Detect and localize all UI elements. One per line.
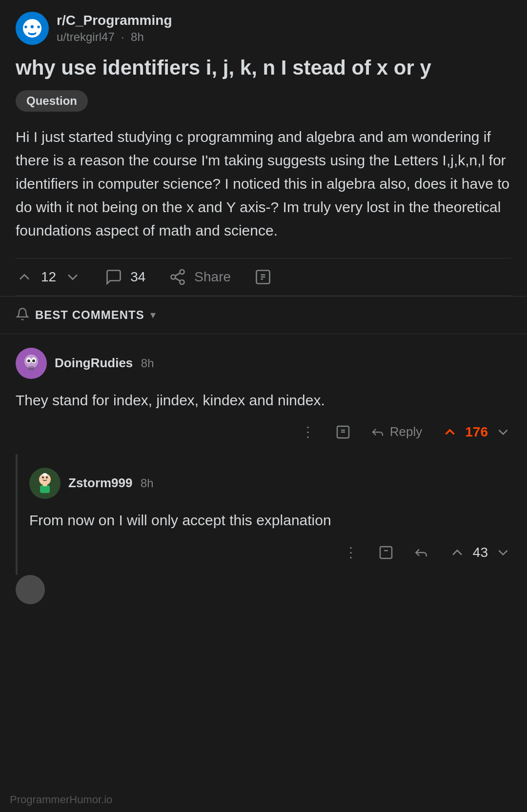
nested-save-button[interactable]: [378, 545, 394, 560]
share-action[interactable]: Share: [169, 268, 231, 286]
comment-icon: [105, 268, 122, 286]
post-actions: 12 34: [16, 258, 511, 296]
svg-point-13: [32, 359, 35, 362]
sort-icon: [16, 307, 29, 323]
save-comment-icon: [335, 424, 351, 440]
svg-point-22: [46, 476, 48, 478]
post-flair[interactable]: Question: [16, 90, 88, 112]
nested-upvote-icon: [448, 544, 466, 561]
alien-avatar-icon: [20, 353, 42, 374]
nested-comment-1-vote-count: 43: [473, 545, 488, 560]
share-icon: [169, 268, 186, 286]
comment-1-vote-group: 176: [442, 424, 511, 440]
nested-save-icon: [378, 545, 394, 560]
nested-comment-1-vote-group: 43: [448, 544, 511, 561]
post-container: r/C_Programming u/trekgirl47 · 8h why us…: [0, 0, 527, 296]
nested-comment-1-avatar: [29, 468, 61, 499]
save-comment-button[interactable]: [335, 424, 351, 440]
comment-1-username[interactable]: DoingRudies: [55, 356, 133, 370]
nested-comment-1-meta: Zstorm999 8h: [68, 475, 154, 491]
svg-point-1: [171, 275, 176, 279]
nested-comment-1-username[interactable]: Zstorm999: [68, 475, 133, 490]
svg-point-23: [42, 473, 47, 476]
comment-1-meta: DoingRudies 8h: [55, 356, 154, 371]
svg-rect-15: [28, 366, 34, 370]
reply-icon: [370, 425, 385, 439]
reply-label: Reply: [390, 424, 422, 439]
nested-comment-1-time: 8h: [141, 476, 154, 490]
nested-reply-icon: [413, 545, 429, 560]
svg-point-2: [180, 280, 184, 284]
comment-1: DoingRudies 8h They stand for index, jin…: [0, 334, 527, 454]
nested-reply-button[interactable]: [413, 545, 429, 560]
nested-comment-container: Zstorm999 8h From now on I will only acc…: [16, 454, 527, 575]
svg-point-0: [180, 270, 184, 274]
vote-group: 12: [16, 268, 81, 286]
sort-chevron: ▾: [150, 309, 156, 321]
svg-rect-26: [380, 547, 392, 558]
post-title: why use identifiers i, j, k, n I stead o…: [16, 55, 511, 81]
subreddit-avatar[interactable]: [16, 12, 49, 45]
more-comment-preview: [16, 575, 527, 614]
nested-downvote-button[interactable]: [495, 544, 511, 561]
comment-1-downvote-button[interactable]: [495, 424, 511, 440]
nested-upvote-button[interactable]: [448, 544, 466, 561]
nested-downvote-icon: [495, 544, 511, 561]
post-body: Hi I just started studying c programming…: [16, 125, 511, 242]
comment-1-actions: ⋮ Reply: [16, 424, 511, 440]
nested-comment-1-actions: ⋮: [29, 544, 527, 561]
reddit-icon: [23, 19, 41, 38]
share-label: Share: [194, 269, 231, 285]
share-network-icon: [169, 268, 186, 286]
svg-point-12: [27, 359, 30, 362]
comments-action[interactable]: 34: [105, 268, 145, 286]
comments-section: DoingRudies 8h They stand for index, jin…: [0, 334, 527, 614]
post-meta: r/C_Programming u/trekgirl47 · 8h: [57, 13, 172, 44]
downvote-button[interactable]: [64, 268, 81, 286]
downvote-icon: [64, 268, 81, 286]
character-avatar-icon: [33, 472, 57, 495]
comment-1-upvote-button[interactable]: [442, 424, 458, 440]
more-options-button[interactable]: ⋮: [301, 424, 316, 440]
nested-more-options-button[interactable]: ⋮: [344, 544, 359, 560]
watermark: ProgrammerHumor.io: [10, 793, 112, 806]
save-action[interactable]: [254, 268, 272, 286]
comment-1-vote-count: 176: [465, 424, 488, 440]
upvote-filled-icon: [442, 424, 458, 440]
upvote-button[interactable]: [16, 268, 33, 286]
nested-comment-1: Zstorm999 8h From now on I will only acc…: [29, 454, 527, 575]
bell-icon: [16, 307, 29, 321]
nested-comment-1-body: From now on I will only accept this expl…: [29, 509, 527, 532]
comment-bubble-icon: [105, 268, 122, 286]
post-author-time: u/trekgirl47 · 8h: [57, 30, 172, 44]
svg-line-4: [175, 273, 180, 276]
comment-1-body: They stand for index, jindex, kindex and…: [16, 389, 511, 412]
downvote-outline-icon: [495, 424, 511, 440]
post-header: r/C_Programming u/trekgirl47 · 8h: [16, 12, 511, 45]
comment-count: 34: [130, 269, 145, 285]
save-icon: [254, 268, 272, 286]
svg-rect-25: [43, 483, 47, 486]
next-comment-avatar: [16, 575, 45, 604]
upvote-icon: [16, 268, 33, 286]
sort-label: BEST COMMENTS: [35, 308, 144, 322]
nesting-line: [16, 454, 18, 575]
nested-comment-1-header: Zstorm999 8h: [29, 468, 527, 499]
subreddit-name[interactable]: r/C_Programming: [57, 13, 172, 28]
upvote-count: 12: [41, 269, 56, 285]
svg-point-21: [42, 476, 44, 478]
reply-button[interactable]: Reply: [370, 424, 422, 439]
svg-line-3: [175, 278, 180, 281]
comments-sort-bar[interactable]: BEST COMMENTS ▾: [0, 297, 527, 334]
comment-1-header: DoingRudies 8h: [16, 348, 511, 379]
bookmark-icon: [254, 268, 272, 286]
svg-rect-24: [40, 485, 50, 493]
comment-1-time: 8h: [141, 356, 154, 370]
comment-1-avatar: [16, 348, 47, 379]
